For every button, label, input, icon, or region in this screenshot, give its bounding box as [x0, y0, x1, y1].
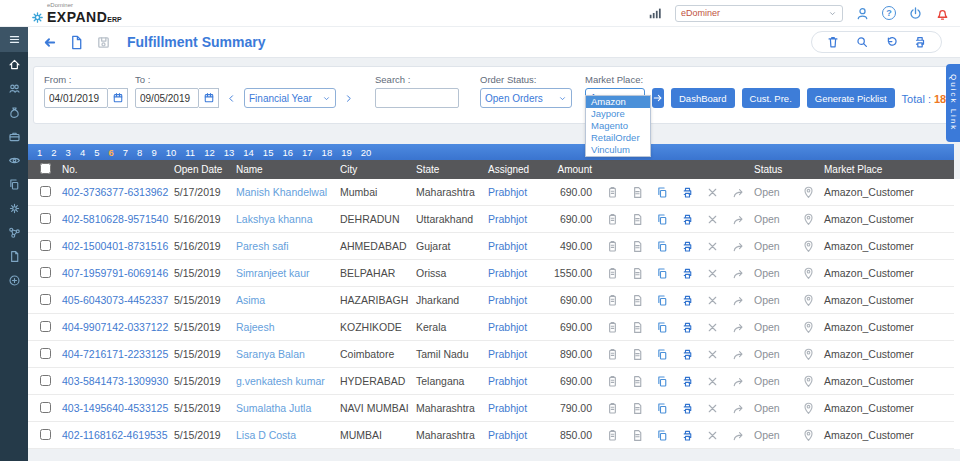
clipboard-icon[interactable] — [600, 375, 625, 388]
print-icon[interactable] — [675, 348, 700, 361]
cancel-icon[interactable] — [700, 294, 725, 307]
location-icon[interactable] — [796, 294, 820, 307]
undo-icon[interactable] — [884, 35, 898, 49]
clipboard-icon[interactable] — [600, 402, 625, 415]
share-icon[interactable] — [725, 402, 750, 415]
cancel-icon[interactable] — [700, 402, 725, 415]
row-checkbox[interactable] — [40, 348, 51, 359]
order-no-link[interactable]: 404-7216171-2233125 — [58, 348, 170, 360]
customer-name-link[interactable]: Asima — [232, 294, 336, 306]
search-icon[interactable] — [855, 35, 869, 49]
share-icon[interactable] — [725, 375, 750, 388]
copy-icon[interactable] — [650, 321, 675, 334]
power-icon[interactable] — [908, 6, 923, 21]
dashboard-button[interactable]: DashBoard — [671, 88, 735, 108]
user-icon[interactable] — [855, 6, 870, 21]
customer-name-link[interactable]: Manish Khandelwal — [232, 186, 336, 198]
quick-link-tab[interactable]: Quick Link — [946, 64, 960, 142]
print-icon[interactable] — [675, 402, 700, 415]
print-icon[interactable] — [675, 375, 700, 388]
to-calendar-button[interactable] — [199, 88, 219, 108]
copy-icon[interactable] — [650, 186, 675, 199]
page-number[interactable]: 4 — [80, 147, 85, 158]
location-icon[interactable] — [796, 348, 820, 361]
row-checkbox[interactable] — [40, 402, 51, 413]
assigned-link[interactable]: Prabhjot — [484, 375, 540, 387]
location-icon[interactable] — [796, 321, 820, 334]
select-all-checkbox[interactable] — [40, 163, 51, 174]
assigned-link[interactable]: Prabhjot — [484, 240, 540, 252]
row-checkbox[interactable] — [40, 240, 51, 251]
clipboard-icon[interactable] — [600, 213, 625, 226]
cancel-icon[interactable] — [700, 267, 725, 280]
trash-icon[interactable] — [826, 35, 840, 49]
share-icon[interactable] — [725, 348, 750, 361]
share-icon[interactable] — [725, 186, 750, 199]
print-icon[interactable] — [913, 35, 927, 49]
sidebar-item-add[interactable] — [0, 268, 28, 292]
order-no-link[interactable]: 402-5810628-9571540 — [58, 213, 170, 225]
share-icon[interactable] — [725, 240, 750, 253]
order-no-link[interactable]: 402-1500401-8731516 — [58, 240, 170, 252]
document-icon[interactable] — [625, 348, 650, 361]
document-icon[interactable] — [625, 429, 650, 442]
page-number[interactable]: 19 — [341, 147, 352, 158]
assigned-link[interactable]: Prabhjot — [484, 402, 540, 414]
col-header-status[interactable]: Status — [750, 164, 796, 175]
page-number[interactable]: 6 — [108, 147, 113, 158]
document-icon[interactable] — [625, 240, 650, 253]
sidebar-item-network[interactable] — [0, 220, 28, 244]
location-icon[interactable] — [796, 402, 820, 415]
order-no-link[interactable]: 403-1495640-4533125 — [58, 402, 170, 414]
sidebar-item-sales[interactable] — [0, 100, 28, 124]
order-no-link[interactable]: 402-1168162-4619535 — [58, 429, 170, 441]
row-checkbox[interactable] — [40, 429, 51, 440]
market-place-option[interactable]: Amazon — [586, 96, 650, 108]
document-icon[interactable] — [625, 186, 650, 199]
search-input[interactable] — [375, 88, 459, 108]
market-place-option[interactable]: RetailOrder — [586, 132, 650, 144]
page-number[interactable]: 18 — [322, 147, 333, 158]
document-icon[interactable] — [625, 213, 650, 226]
market-place-option[interactable]: Jaypore — [586, 108, 650, 120]
page-number[interactable]: 5 — [94, 147, 99, 158]
row-checkbox[interactable] — [40, 294, 51, 305]
page-number[interactable]: 11 — [185, 147, 195, 158]
clipboard-icon[interactable] — [600, 267, 625, 280]
row-checkbox[interactable] — [40, 267, 51, 278]
cancel-icon[interactable] — [700, 186, 725, 199]
copy-icon[interactable] — [650, 402, 675, 415]
order-no-link[interactable]: 403-5841473-1309930 — [58, 375, 170, 387]
print-icon[interactable] — [675, 321, 700, 334]
customer-name-link[interactable]: Rajeesh — [232, 321, 336, 333]
row-checkbox[interactable] — [40, 213, 51, 224]
share-icon[interactable] — [725, 267, 750, 280]
customer-name-link[interactable]: Lisa D Costa — [232, 429, 336, 441]
order-no-link[interactable]: 402-3736377-6313962 — [58, 186, 170, 198]
order-no-link[interactable]: 407-1959791-6069146 — [58, 267, 170, 279]
cancel-icon[interactable] — [700, 429, 725, 442]
new-button[interactable] — [67, 33, 85, 51]
location-icon[interactable] — [796, 213, 820, 226]
location-icon[interactable] — [796, 267, 820, 280]
print-icon[interactable] — [675, 429, 700, 442]
document-icon[interactable] — [625, 294, 650, 307]
assigned-link[interactable]: Prabhjot — [484, 186, 540, 198]
copy-icon[interactable] — [650, 429, 675, 442]
assigned-link[interactable]: Prabhjot — [484, 294, 540, 306]
clipboard-icon[interactable] — [600, 294, 625, 307]
print-icon[interactable] — [675, 240, 700, 253]
share-icon[interactable] — [725, 429, 750, 442]
menu-icon[interactable] — [0, 27, 28, 52]
copy-icon[interactable] — [650, 375, 675, 388]
page-number[interactable]: 7 — [123, 147, 128, 158]
copy-icon[interactable] — [650, 348, 675, 361]
row-checkbox[interactable] — [40, 321, 51, 332]
share-icon[interactable] — [725, 213, 750, 226]
cancel-icon[interactable] — [700, 213, 725, 226]
page-number[interactable]: 1 — [37, 147, 42, 158]
clipboard-icon[interactable] — [600, 321, 625, 334]
print-icon[interactable] — [675, 294, 700, 307]
sidebar-item-view[interactable] — [0, 148, 28, 172]
location-icon[interactable] — [796, 240, 820, 253]
